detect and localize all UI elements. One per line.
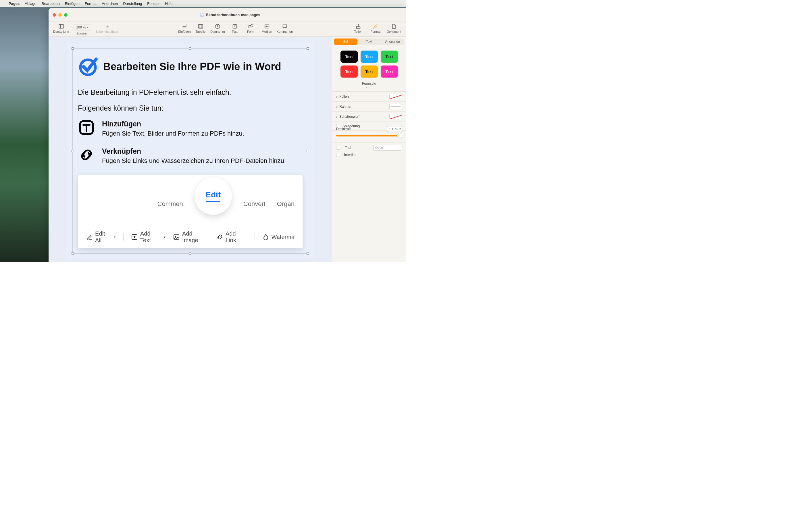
fill-well[interactable]: [389, 94, 402, 99]
style-swatch[interactable]: Text: [361, 51, 378, 63]
inspector-tabs[interactable]: Stil Text Anordnen: [334, 38, 404, 45]
fill-row[interactable]: ▸Füllen: [332, 91, 406, 101]
resize-handle[interactable]: [71, 150, 74, 152]
swatch-label: Text: [366, 69, 373, 74]
feature-body: Fügen Sie Links und Wasserzeichen zu Ihr…: [102, 157, 286, 165]
style-swatch[interactable]: Text: [381, 65, 398, 78]
brush-icon: [373, 23, 378, 29]
toolbar-insert[interactable]: Einfügen: [176, 22, 193, 33]
title-checkbox[interactable]: [336, 146, 340, 150]
menu-app[interactable]: Pages: [9, 1, 19, 6]
zoom-button[interactable]: [64, 13, 67, 17]
toolbar-view-label: Darstellung: [53, 30, 69, 33]
menu-edit[interactable]: Bearbeiten: [42, 1, 60, 6]
toolbar-shape-label: Form: [247, 30, 255, 33]
toolbar-format[interactable]: Format: [366, 22, 385, 33]
sub-edit-all: Edit All▾: [86, 230, 116, 244]
chevron-right-icon: ▸: [336, 115, 338, 118]
toolbar-comment[interactable]: Kommentar: [275, 22, 295, 33]
toolbar-insert-label: Einfügen: [178, 30, 191, 33]
menu-window[interactable]: Fenster: [147, 1, 160, 6]
document-canvas[interactable]: Bearbeiten Sie Ihre PDF wie in Word Die …: [49, 37, 332, 262]
style-swatch[interactable]: Text: [361, 65, 378, 78]
toolbar-chart-label: Diagramm: [210, 30, 225, 33]
image-icon: [173, 233, 180, 241]
toolbar-document[interactable]: Dokument: [385, 22, 403, 33]
menu-insert[interactable]: Einfügen: [65, 1, 80, 6]
window-title: Benutzerhandbuch-mac.pages: [206, 13, 260, 17]
toolbar-view[interactable]: Darstellung: [51, 22, 71, 33]
media-icon: [264, 23, 270, 29]
toolbar-table[interactable]: Tabelle: [193, 22, 209, 33]
style-prev[interactable]: ‹: [338, 60, 340, 65]
styles-caption: Formstile: [332, 82, 406, 86]
zoom-label: Zoomen: [77, 32, 88, 35]
text-icon: [131, 233, 138, 241]
subtitle-checkbox[interactable]: [336, 153, 340, 157]
toolbar-chart[interactable]: Diagramm: [209, 22, 227, 33]
resize-handle[interactable]: [71, 252, 74, 255]
title-pos-value: Oben: [375, 146, 383, 149]
menu-view[interactable]: Darstellung: [123, 1, 142, 6]
opacity-slider[interactable]: [336, 135, 402, 136]
style-swatch[interactable]: Text: [340, 65, 358, 78]
subtitle-row: Untertitel: [332, 153, 406, 159]
tab-organize: Organ: [277, 200, 294, 208]
tab-style[interactable]: Stil: [334, 38, 357, 45]
tab-text[interactable]: Text: [357, 38, 381, 45]
tab-edit-label: Edit: [206, 190, 221, 199]
opacity-field[interactable]: 100 % ▲▼: [387, 126, 402, 132]
toolbar-text[interactable]: Text: [227, 22, 243, 33]
resize-handle[interactable]: [71, 47, 74, 50]
format-inspector: Stil Text Anordnen ‹ Text Text Text Text: [332, 37, 406, 262]
menu-file[interactable]: Ablage: [25, 1, 36, 6]
lead-2: Folgendes können Sie tun:: [78, 104, 303, 112]
style-swatch[interactable]: Text: [381, 51, 398, 63]
toolbar-share[interactable]: Teilen: [350, 22, 366, 33]
resize-handle[interactable]: [307, 47, 309, 50]
sub-add-link: Add Link: [216, 230, 247, 244]
insert-icon: [182, 23, 187, 29]
toolbar-media[interactable]: Medien: [259, 22, 275, 33]
resize-handle[interactable]: [307, 252, 309, 255]
title-row: Titel Oben⌃⌄: [332, 142, 406, 153]
sub-add-image: Add Image: [173, 230, 209, 244]
toolbar-addpage-label: Seite hinzufügen: [96, 30, 119, 33]
tab-comment: Commen: [158, 200, 183, 208]
shadow-row[interactable]: ▸Schattenwurf: [332, 112, 406, 121]
menu-arrange[interactable]: Anordnen: [102, 1, 118, 6]
tab-convert: Convert: [243, 200, 265, 208]
stepper[interactable]: ▲▼: [399, 127, 401, 131]
comment-icon: [282, 23, 288, 29]
toolbar-share-label: Teilen: [354, 30, 363, 33]
subtitle-label: Untertitel: [342, 153, 356, 157]
shape-styles: Text Text Text Text Text Text: [340, 51, 398, 78]
border-well[interactable]: [389, 104, 402, 109]
title-label: Titel: [345, 146, 371, 150]
title-position-select[interactable]: Oben⌃⌄: [373, 145, 402, 150]
sub-label: Waterma: [272, 234, 294, 241]
tab-edit: Edit: [195, 178, 232, 215]
menu-help[interactable]: Hilfe: [165, 1, 173, 6]
chart-icon: [215, 23, 221, 29]
resize-handle[interactable]: [307, 150, 309, 152]
resize-handle[interactable]: [189, 47, 191, 50]
shadow-well[interactable]: [389, 114, 402, 119]
close-button[interactable]: [53, 13, 56, 17]
border-label: Rahmen: [339, 104, 352, 109]
menu-format[interactable]: Format: [85, 1, 97, 6]
toolbar-shape[interactable]: Form: [243, 22, 259, 33]
resize-handle[interactable]: [189, 252, 191, 255]
tab-arrange[interactable]: Anordnen: [381, 38, 404, 45]
style-next[interactable]: ›: [398, 60, 401, 65]
minimize-button[interactable]: [58, 13, 62, 17]
slider-thumb[interactable]: [397, 133, 402, 138]
plus-icon: [104, 23, 110, 29]
shape-icon: [248, 23, 254, 29]
zoom-select[interactable]: 100 % ▾: [74, 24, 91, 30]
svg-rect-1: [59, 24, 64, 28]
share-icon: [355, 23, 361, 29]
selected-object[interactable]: Bearbeiten Sie Ihre PDF wie in Word Die …: [72, 48, 308, 254]
style-swatch[interactable]: Text: [340, 51, 358, 63]
border-row[interactable]: ▸Rahmen: [332, 101, 406, 112]
